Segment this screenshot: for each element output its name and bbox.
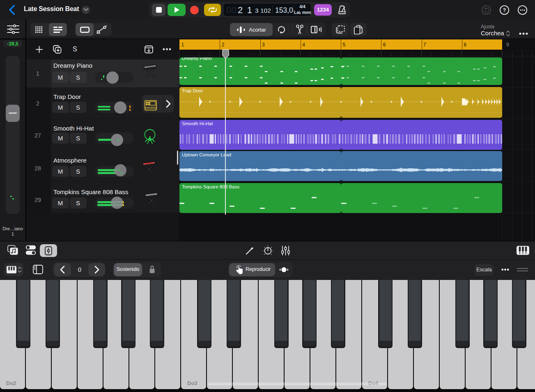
svg-text:?: ? [503,7,506,13]
